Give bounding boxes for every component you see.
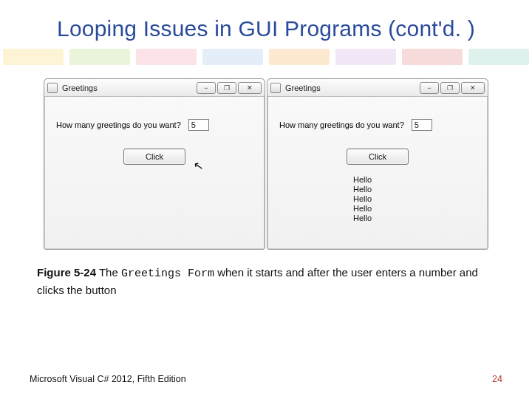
figure-caption: Figure 5-24 The Greetings Form when it s… <box>37 265 495 299</box>
titlebar: Greetings − ❐ ✕ <box>267 79 488 97</box>
greetings-count-input[interactable]: 5 <box>188 119 209 131</box>
click-button[interactable]: Click <box>123 149 185 165</box>
page-title: Looping Issues in GUI Programs (cont'd. … <box>0 0 532 47</box>
titlebar: Greetings − ❐ ✕ <box>44 79 265 97</box>
client-area: How many greetings do you want? 5 Click … <box>267 97 488 249</box>
output-line: Hello <box>353 214 479 223</box>
figure-windows-row: Greetings − ❐ ✕ How many greetings do yo… <box>30 78 502 250</box>
close-button[interactable]: ✕ <box>461 82 485 94</box>
minimize-button[interactable]: − <box>197 82 216 94</box>
window-control-group: − ❐ ✕ <box>420 82 485 94</box>
slide-footer: Microsoft Visual C# 2012, Fifth Edition … <box>30 374 502 384</box>
output-area: HelloHelloHelloHelloHello <box>353 175 479 223</box>
output-line: Hello <box>353 175 479 185</box>
caption-pre: The <box>96 266 121 279</box>
client-area: How many greetings do you want? 5 Click … <box>44 97 265 249</box>
app-icon <box>47 83 58 93</box>
minimize-button[interactable]: − <box>420 82 439 94</box>
figure-label: Figure 5-24 <box>37 266 96 279</box>
prompt-row: How many greetings do you want? 5 <box>56 119 256 131</box>
prompt-row: How many greetings do you want? 5 <box>279 119 479 131</box>
window-title: Greetings <box>285 83 420 92</box>
window-control-group: − ❐ ✕ <box>197 82 262 94</box>
output-line: Hello <box>353 185 479 194</box>
caption-mono: Greetings Form <box>121 267 214 280</box>
footer-source: Microsoft Visual C# 2012, Fifth Edition <box>30 374 186 384</box>
close-button[interactable]: ✕ <box>238 82 262 94</box>
prompt-label: How many greetings do you want? <box>56 120 181 129</box>
output-line: Hello <box>353 194 479 204</box>
button-row: Click ↖ <box>53 149 256 165</box>
footer-page-number: 24 <box>492 374 502 384</box>
prompt-label: How many greetings do you want? <box>279 120 404 129</box>
window-title: Greetings <box>62 83 197 92</box>
greetings-count-input[interactable]: 5 <box>412 119 432 131</box>
background-color-strip <box>0 49 532 65</box>
output-line: Hello <box>353 204 479 214</box>
maximize-button[interactable]: ❐ <box>217 82 236 94</box>
button-row: Click <box>276 149 479 165</box>
cursor-icon: ↖ <box>192 158 204 174</box>
window-after: Greetings − ❐ ✕ How many greetings do yo… <box>267 78 488 250</box>
click-button[interactable]: Click <box>347 149 409 165</box>
window-before: Greetings − ❐ ✕ How many greetings do yo… <box>44 78 265 250</box>
maximize-button[interactable]: ❐ <box>440 82 460 94</box>
app-icon <box>270 83 281 93</box>
